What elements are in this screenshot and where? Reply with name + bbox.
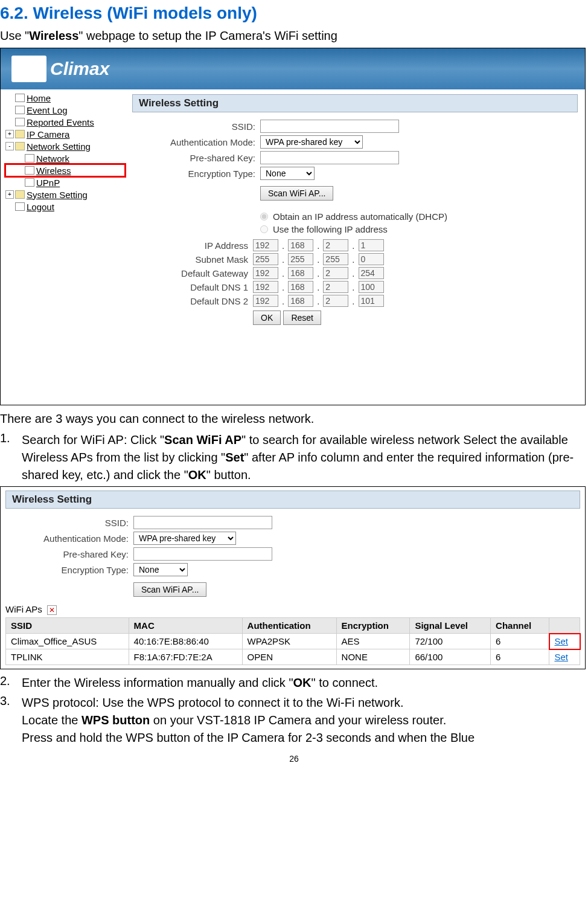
screenshot-main: Climax HomeEvent LogReported Events+IP C…	[0, 48, 586, 405]
wifi-aps-label: WiFi APs	[5, 604, 42, 614]
auth-label: Authentication Mode:	[132, 137, 260, 147]
set-link[interactable]: Set	[549, 634, 580, 649]
ok-button[interactable]: OK	[253, 310, 281, 325]
dhcp-label: Obtain an IP address automatically (DHCP…	[273, 211, 447, 222]
expander-icon[interactable]: +	[5, 130, 14, 138]
ssid-label-2: SSID:	[5, 518, 133, 528]
static-ip-radio[interactable]	[260, 225, 268, 233]
table-header: MAC	[129, 618, 242, 634]
file-icon	[25, 178, 34, 187]
dns1-octet-3[interactable]	[359, 281, 384, 293]
subnet-mask-octet-1[interactable]	[288, 253, 313, 265]
ip-address-octet-1[interactable]	[288, 239, 313, 251]
dns1-octet-0[interactable]	[253, 281, 278, 293]
file-icon	[25, 154, 34, 162]
table-header: Signal Level	[410, 618, 491, 634]
tree-label: System Setting	[27, 190, 88, 200]
sidebar-item-event-log[interactable]: Event Log	[5, 104, 125, 116]
file-icon	[15, 94, 25, 102]
sidebar-item-network[interactable]: Network	[5, 152, 125, 164]
sidebar-item-system-setting[interactable]: +System Setting	[5, 188, 125, 201]
mid-paragraph: There are 3 ways you can connect to the …	[0, 410, 588, 428]
dns2-octet-0[interactable]	[253, 295, 278, 307]
auth-select-2[interactable]: WPA pre-shared key	[133, 532, 236, 545]
table-cell: NONE	[336, 649, 410, 665]
file-icon	[15, 202, 25, 211]
dhcp-radio[interactable]	[260, 213, 268, 220]
auth-select[interactable]: WPA pre-shared key	[260, 135, 363, 149]
table-cell: TPLINK	[6, 649, 129, 665]
table-header: SSID	[6, 618, 129, 634]
table-row: TPLINKF8:1A:67:FD:7E:2AOPENNONE66/1006Se…	[6, 649, 580, 665]
enc-select-2[interactable]: None	[133, 563, 188, 576]
ap-table: SSIDMACAuthenticationEncryptionSignal Le…	[5, 617, 580, 665]
subnet-mask-octet-3[interactable]	[359, 253, 384, 265]
psk-input-2[interactable]	[133, 547, 272, 561]
section-title: 6.2. Wireless (WiFi models only)	[0, 4, 588, 23]
panel-title: Wireless Setting	[132, 94, 578, 112]
expander-icon[interactable]: -	[5, 142, 14, 150]
sidebar-item-network-setting[interactable]: -Network Setting	[5, 140, 125, 152]
subnet-mask-octet-2[interactable]	[323, 253, 348, 265]
table-cell: Climax_Office_ASUS	[6, 634, 129, 649]
tree-label: Logout	[27, 202, 54, 212]
scan-wifi-button-2[interactable]: Scan WiFi AP...	[133, 582, 206, 597]
enc-select[interactable]: None	[260, 167, 315, 180]
sidebar-item-home[interactable]: Home	[5, 92, 125, 104]
enc-label-2: Encryption Type:	[5, 565, 133, 575]
tree-label: IP Camera	[27, 129, 69, 140]
ip-address-octet-3[interactable]	[359, 239, 384, 251]
default-gateway-octet-3[interactable]	[359, 267, 384, 279]
psk-label-2: Pre-shared Key:	[5, 549, 133, 559]
intro-text: Use "Wireless" webpage to setup the IP C…	[0, 29, 588, 43]
sidebar-item-reported-events[interactable]: Reported Events	[5, 116, 125, 128]
step-2: 2. Enter the Wireless information manual…	[0, 674, 588, 692]
ip-address-octet-0[interactable]	[253, 239, 278, 251]
sidebar-item-upnp[interactable]: UPnP	[5, 176, 125, 188]
dns1-octet-1[interactable]	[288, 281, 313, 293]
panel-title-2: Wireless Setting	[5, 491, 580, 509]
subnet-mask-label: Subnet Mask	[132, 254, 253, 265]
sidebar-item-ip-camera[interactable]: +IP Camera	[5, 128, 125, 140]
table-cell: 72/100	[410, 634, 491, 649]
close-icon[interactable]: ✕	[47, 605, 57, 615]
sidebar-tree: HomeEvent LogReported Events+IP Camera-N…	[1, 89, 125, 405]
reset-button[interactable]: Reset	[283, 310, 321, 325]
logo-text: Climax	[50, 59, 109, 79]
dns1-label: Default DNS 1	[132, 282, 253, 292]
dns2-octet-2[interactable]	[323, 295, 348, 307]
table-cell: AES	[336, 634, 410, 649]
dns2-octet-1[interactable]	[288, 295, 313, 307]
scan-wifi-button[interactable]: Scan WiFi AP...	[260, 186, 333, 201]
table-header	[549, 618, 580, 634]
default-gateway-octet-2[interactable]	[323, 267, 348, 279]
tree-label: Network	[36, 153, 69, 164]
dns1-octet-2[interactable]	[323, 281, 348, 293]
ssid-input-2[interactable]	[133, 516, 272, 529]
table-cell: OPEN	[242, 649, 336, 665]
table-cell: 6	[491, 634, 549, 649]
page-number: 26	[0, 754, 588, 764]
folder-icon	[15, 190, 25, 199]
expander-icon[interactable]: +	[5, 190, 14, 199]
subnet-mask-octet-0[interactable]	[253, 253, 278, 265]
default-gateway-octet-1[interactable]	[288, 267, 313, 279]
default-gateway-octet-0[interactable]	[253, 267, 278, 279]
table-cell: WPA2PSK	[242, 634, 336, 649]
ssid-input[interactable]	[260, 120, 399, 133]
tree-label: UPnP	[36, 178, 60, 188]
sidebar-item-wireless[interactable]: Wireless	[5, 164, 125, 176]
folder-icon	[15, 142, 25, 150]
set-link[interactable]: Set	[549, 649, 580, 665]
folder-icon	[15, 130, 25, 138]
psk-input[interactable]	[260, 151, 399, 164]
tree-label: Reported Events	[27, 117, 94, 127]
file-icon	[15, 118, 25, 126]
sidebar-item-logout[interactable]: Logout	[5, 201, 125, 213]
dns2-octet-3[interactable]	[359, 295, 384, 307]
ip-address-octet-2[interactable]	[323, 239, 348, 251]
psk-label: Pre-shared Key:	[132, 153, 260, 163]
dns2-label: Default DNS 2	[132, 296, 253, 306]
wireless-panel: Wireless Setting SSID: Authentication Mo…	[125, 89, 585, 405]
table-cell: 6	[491, 649, 549, 665]
